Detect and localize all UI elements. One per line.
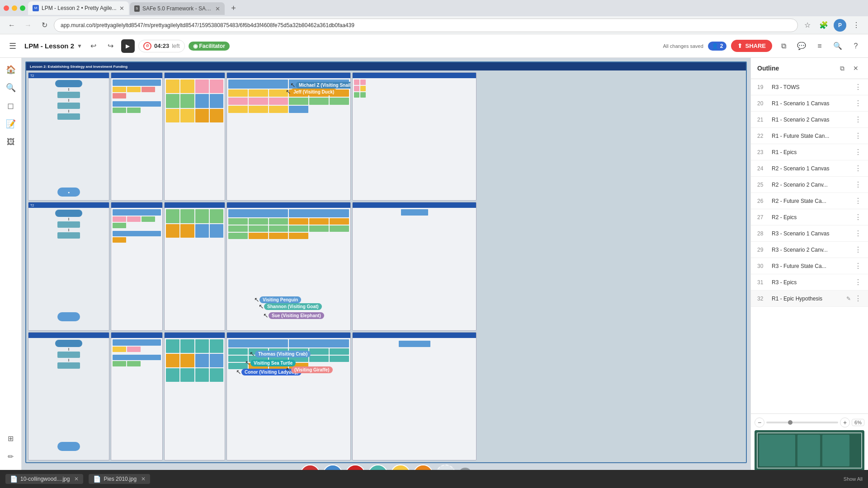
outline-split-icon[interactable]: ⧉ — [836, 62, 848, 74]
outline-menu-21[interactable]: ⋮ — [854, 115, 862, 124]
menu-icon[interactable]: ⋮ — [850, 19, 863, 32]
present-button[interactable]: ▶ — [121, 39, 135, 53]
facilitator-badge[interactable]: ◉ Facilitator — [189, 42, 230, 51]
new-tab-button[interactable]: + — [227, 2, 240, 14]
redo-button[interactable]: ↪ — [104, 39, 118, 53]
bookmark-icon[interactable]: ☆ — [801, 19, 814, 32]
outline-menu-22[interactable]: ⋮ — [854, 131, 862, 140]
workspace-title[interactable]: LPM - Lesson 2 ▼ — [24, 42, 82, 50]
taskbar-item-1-close[interactable]: ✕ — [74, 476, 79, 482]
outline-num-25: 25 — [757, 182, 768, 188]
board-cell-3-1[interactable] — [28, 332, 109, 460]
taskbar-item-1[interactable]: 📄 10-collingwood....jpg ✕ — [5, 474, 83, 484]
tab-close-1[interactable]: ✕ — [119, 5, 124, 12]
board-cell-3-4[interactable]: ↖ Thomas (Visiting Crab) ↖ Visiting Sea … — [226, 332, 351, 460]
timer-badge[interactable]: ⏱ 04:23 left — [138, 40, 185, 52]
outline-menu-30[interactable]: ⋮ — [854, 262, 862, 270]
board-cell-1-2[interactable] — [111, 72, 163, 201]
outline-item-31[interactable]: 31 R3 - Epics ⋮ — [751, 274, 868, 291]
board-cell-3-5[interactable] — [352, 332, 476, 460]
tab-active[interactable]: M LPM - Lesson 2 • Pretty Agile... ✕ — [28, 1, 129, 15]
board-cell-1-3[interactable] — [164, 72, 225, 201]
board-cell-1-1[interactable]: T2 ● — [28, 72, 109, 201]
activity-icon[interactable]: ≡ — [813, 39, 826, 53]
outline-menu-28[interactable]: ⋮ — [854, 229, 862, 238]
board-cell-2-5[interactable] — [352, 202, 476, 330]
taskbar-item-2[interactable]: 📄 Pies 2010.jpg ✕ — [89, 474, 150, 484]
outline-item-32[interactable]: 32 R1 - Epic Hypothesis ✎ ⋮ — [751, 291, 868, 307]
board-cell-2-3[interactable] — [164, 202, 225, 330]
sidebar-item-home[interactable]: 🏠 — [3, 61, 19, 78]
outline-menu-27[interactable]: ⋮ — [854, 213, 862, 221]
board-cell-3-2[interactable] — [111, 332, 163, 460]
present-icon: ▶ — [126, 43, 130, 49]
outline-menu-19[interactable]: ⋮ — [854, 83, 862, 91]
file-icon-2: 📄 — [93, 475, 101, 483]
board-cell-2-1[interactable]: T2 — [28, 202, 109, 330]
menu-toggle-button[interactable]: ☰ — [5, 39, 20, 53]
outline-item-19[interactable]: 19 R3 - TOWS ⋮ — [751, 79, 868, 95]
sidebar-item-sticky[interactable]: 📝 — [3, 116, 19, 132]
profile-icon[interactable]: P — [834, 19, 846, 32]
outline-item-20[interactable]: 20 R1 - Scenario 1 Canvas ⋮ — [751, 95, 868, 112]
outline-menu-32[interactable]: ⋮ — [854, 294, 862, 303]
outline-menu-20[interactable]: ⋮ — [854, 99, 862, 108]
taskbar-item-2-close[interactable]: ✕ — [141, 476, 146, 482]
mini-map-canvas[interactable] — [755, 430, 864, 471]
board-cell-2-4[interactable]: ↖ Visiting Penguin ↖ Shannon (Visiting G… — [226, 202, 351, 330]
zoom-out-button[interactable]: − — [755, 418, 764, 427]
reload-button[interactable]: ↻ — [38, 19, 51, 32]
top-bar-spacer: ↩ ↪ ▶ ⏱ 04:23 left ◉ Facilitator — [87, 39, 659, 53]
outline-menu-29[interactable]: ⋮ — [854, 245, 862, 254]
board-cell-3-3[interactable] — [164, 332, 225, 460]
outline-item-29[interactable]: 29 R3 - Scenario 2 Canv... ⋮ — [751, 242, 868, 258]
outline-num-21: 21 — [757, 117, 768, 123]
mural-board[interactable]: Lesson 2: Establishing Strategy and Inve… — [25, 61, 747, 463]
extensions-icon[interactable]: 🧩 — [817, 19, 830, 32]
outline-menu-25[interactable]: ⋮ — [854, 180, 862, 189]
board-cell-1-4[interactable]: ↖ Jeff (Visiting Duck) ↖ Michael Z (Visi… — [226, 72, 351, 201]
search-icon[interactable]: 🔍 — [831, 39, 844, 53]
share-button[interactable]: ⬆ SHARE — [731, 40, 772, 52]
duplicate-icon[interactable]: ⧉ — [777, 39, 790, 53]
cursor-jeff: ↖ Jeff (Visiting Duck) — [286, 89, 337, 95]
tab-close-2[interactable]: ✕ — [215, 5, 220, 12]
outline-menu-26[interactable]: ⋮ — [854, 197, 862, 205]
address-input[interactable] — [54, 19, 797, 32]
forward-button[interactable]: → — [22, 19, 34, 32]
show-all-button[interactable]: Show All — [844, 476, 863, 482]
outline-close-icon[interactable]: ✕ — [850, 62, 862, 74]
sidebar-item-image[interactable]: 🖼 — [3, 134, 19, 150]
comment-icon[interactable]: 💬 — [795, 39, 808, 53]
sidebar-item-shapes[interactable]: ◻ — [3, 98, 19, 114]
outline-menu-31[interactable]: ⋮ — [854, 278, 862, 286]
board-cell-1-5[interactable] — [352, 72, 476, 201]
sidebar-item-explore[interactable]: 🔍 — [3, 80, 19, 96]
zoom-in-button[interactable]: + — [840, 418, 850, 427]
help-icon[interactable]: ? — [849, 39, 863, 53]
undo-button[interactable]: ↩ — [87, 39, 100, 53]
outline-item-28[interactable]: 28 R3 - Scenario 1 Canvas ⋮ — [751, 225, 868, 242]
back-button[interactable]: ← — [5, 19, 18, 32]
outline-name-27: R2 - Epics — [772, 214, 851, 221]
cursor-shannon: ↖ Shannon (Visiting Goat) — [259, 303, 322, 310]
outline-item-22[interactable]: 22 R1 - Future State Can... ⋮ — [751, 128, 868, 144]
board-cell-2-2[interactable] — [111, 202, 163, 330]
outline-menu-24[interactable]: ⋮ — [854, 164, 862, 173]
outline-menu-23[interactable]: ⋮ — [854, 148, 862, 156]
outline-item-30[interactable]: 30 R3 - Future State Ca... ⋮ — [751, 258, 868, 274]
tab-inactive[interactable]: S SAFe 5.0 Framework - SAFe B... ✕ — [130, 2, 225, 15]
share-label: SHARE — [745, 42, 766, 49]
outline-item-23[interactable]: 23 R1 - Epics ⋮ — [751, 144, 868, 160]
users-badge[interactable]: 👤 2 — [708, 42, 727, 51]
sidebar-item-pen[interactable]: ✏ — [3, 448, 19, 465]
taskbar-item-2-label: Pies 2010.jpg — [104, 476, 137, 482]
outline-item-24[interactable]: 24 R2 - Scenario 1 Canvas ⋮ — [751, 160, 868, 177]
outline-item-27[interactable]: 27 R2 - Epics ⋮ — [751, 209, 868, 225]
outline-edit-icon-32[interactable]: ✎ — [846, 296, 851, 302]
outline-item-21[interactable]: 21 R1 - Scenario 2 Canvas ⋮ — [751, 112, 868, 128]
outline-item-26[interactable]: 26 R2 - Future State Ca... ⋮ — [751, 193, 868, 209]
outline-item-25[interactable]: 25 R2 - Scenario 2 Canv... ⋮ — [751, 177, 868, 193]
sidebar-item-frameworks[interactable]: ⊞ — [3, 430, 19, 446]
outline-list: 19 R3 - TOWS ⋮ 20 R1 - Scenario 1 Canvas… — [751, 79, 868, 413]
